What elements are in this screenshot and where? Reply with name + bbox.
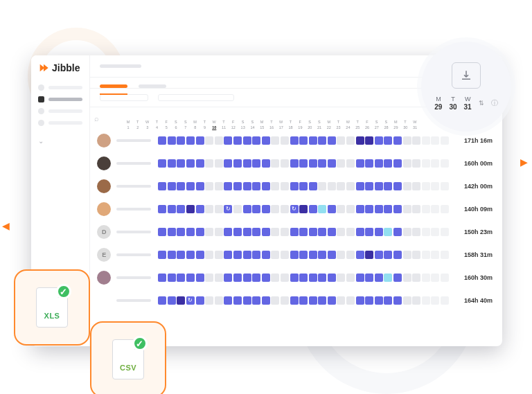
day-cell[interactable] [186,274,195,282]
info-icon[interactable]: ⓘ [491,98,498,108]
day-cell[interactable] [393,136,402,145]
day-cell[interactable] [243,274,251,282]
date-label[interactable]: 27 [372,125,382,129]
date-label[interactable]: 15 [257,125,267,129]
date-label[interactable]: 6 [171,125,181,129]
date-label[interactable]: 20 [305,125,314,129]
day-cell[interactable] [205,228,213,236]
day-cell[interactable] [431,205,439,213]
date-label[interactable]: 10 [209,125,219,129]
day-cell[interactable] [186,251,195,259]
day-cell[interactable] [431,228,439,236]
day-cell[interactable] [441,274,449,282]
day-cell[interactable] [224,228,232,236]
day-cell[interactable] [252,136,260,145]
day-cell[interactable] [375,159,383,168]
day-cell[interactable] [233,251,242,259]
day-cell[interactable] [328,274,336,282]
date-label[interactable]: 22 [324,125,334,129]
day-cell[interactable] [393,182,402,190]
download-button[interactable] [452,62,481,89]
day-cell[interactable] [243,228,251,236]
day-cell[interactable] [328,251,336,259]
day-cell[interactable] [158,182,166,190]
day-cell[interactable] [365,205,373,213]
date-label[interactable]: 4 [152,125,162,129]
date-label[interactable]: 11 [219,125,229,129]
day-cell[interactable] [252,159,260,168]
day-cell[interactable] [290,136,299,145]
filter-dropdown[interactable] [100,94,148,101]
day-cell[interactable] [441,159,449,168]
day-cell[interactable] [281,159,289,168]
day-cell[interactable] [356,182,364,190]
day-cell[interactable] [337,296,345,305]
export-csv-badge[interactable]: CSV ✓ [90,321,166,394]
day-cell[interactable] [233,159,242,168]
date-label[interactable]: 2 [133,125,143,129]
day-cell[interactable] [168,136,176,145]
tab-item[interactable] [139,84,166,88]
date-label[interactable]: 28 [382,125,391,129]
day-cell[interactable] [290,251,299,259]
date-label[interactable]: 30 [400,125,410,129]
day-cell[interactable] [177,296,185,305]
day-cell[interactable] [243,182,251,190]
day-cell[interactable] [271,274,279,282]
day-cell[interactable] [337,136,345,145]
day-cell[interactable] [365,296,373,305]
day-cell[interactable] [328,296,336,305]
day-cell[interactable] [186,228,195,236]
day-cell[interactable] [356,205,364,213]
day-cell[interactable] [186,296,195,305]
day-cell[interactable] [441,205,449,213]
day-cell[interactable] [271,159,279,168]
sidebar-item[interactable] [38,120,82,126]
day-cell[interactable] [318,251,326,259]
day-cell[interactable] [384,274,392,282]
day-cell[interactable] [252,296,260,305]
day-cell[interactable] [271,136,279,145]
day-cell[interactable] [441,182,449,190]
day-cell[interactable] [215,182,223,190]
day-cell[interactable] [318,136,326,145]
day-cell[interactable] [205,296,213,305]
date-range-dropdown[interactable] [158,94,234,101]
day-cell[interactable] [422,296,430,305]
day-cell[interactable] [158,251,166,259]
day-cell[interactable] [393,159,402,168]
day-cell[interactable] [337,182,345,190]
day-cell[interactable] [158,228,166,236]
day-cell[interactable] [158,296,166,305]
day-cell[interactable] [422,159,430,168]
date-label[interactable]: 19 [296,125,305,129]
day-cell[interactable] [196,182,204,190]
sort-icon[interactable]: ⇅ [479,100,484,107]
day-cell[interactable] [215,136,223,145]
date-label[interactable]: 8 [190,125,200,129]
day-cell[interactable] [177,136,185,145]
day-cell[interactable] [186,136,195,145]
day-cell[interactable] [422,274,430,282]
day-cell[interactable] [365,136,373,145]
day-cell[interactable] [299,296,308,305]
day-cell[interactable] [205,274,213,282]
day-cell[interactable] [384,205,392,213]
day-cell[interactable] [375,251,383,259]
day-cell[interactable] [196,228,204,236]
day-cell[interactable] [215,251,223,259]
date-label[interactable]: 9 [200,125,210,129]
day-cell[interactable] [281,296,289,305]
date-label[interactable]: 31 [410,125,420,129]
day-cell[interactable] [299,274,308,282]
day-cell[interactable] [422,136,430,145]
day-cell[interactable] [412,251,420,259]
day-cell[interactable] [422,251,430,259]
avatar[interactable] [97,156,111,170]
day-cell[interactable] [281,274,289,282]
day-cell[interactable] [431,251,439,259]
day-cell[interactable] [393,205,402,213]
export-date-col[interactable]: T30 [449,96,456,111]
day-cell[interactable] [262,182,270,190]
day-cell[interactable] [431,296,439,305]
